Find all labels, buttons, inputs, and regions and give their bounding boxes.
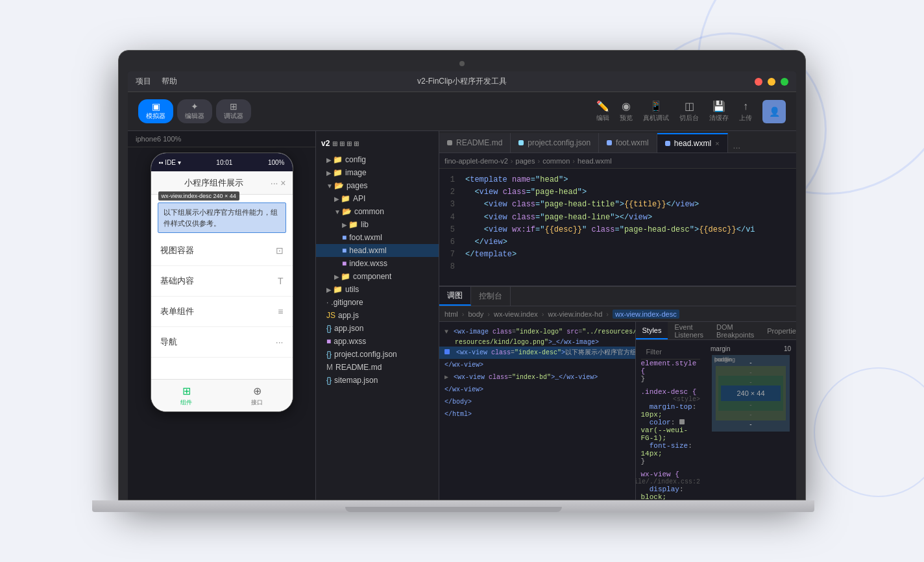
component-name: 导航 xyxy=(160,336,177,348)
tree-api[interactable]: ▶ 📁 API xyxy=(316,192,439,205)
tab-label-foot-wxml: foot.wxml xyxy=(616,138,649,147)
tree-pages[interactable]: ▼ 📂 pages xyxy=(316,179,439,192)
breadcrumb-pages[interactable]: pages xyxy=(516,157,535,165)
tree-config[interactable]: ▶ 📁 config xyxy=(316,153,439,166)
html-line-2[interactable]: <wx-view class="index-desc">以下将展示小程序官方组件… xyxy=(439,347,635,359)
expand-icon-4[interactable]: ▶ xyxy=(444,374,448,381)
action-preview[interactable]: ◉ 预览 xyxy=(620,100,633,123)
elem-sep-2: › xyxy=(487,310,490,318)
tree-project-config[interactable]: {} project.config.json xyxy=(316,348,439,361)
styles-tab-dom-breakpoints[interactable]: DOM Breakpoints xyxy=(710,322,760,339)
styles-tab-event-listeners[interactable]: Event Listeners xyxy=(668,322,710,339)
tab-foot-wxml[interactable]: foot.wxml xyxy=(599,133,657,153)
styles-tab-properties[interactable]: Properties xyxy=(760,322,796,339)
html-line-1[interactable]: ▼ <wx-image class="index-logo" src="../r… xyxy=(439,326,635,338)
action-edit[interactable]: ✏️ 编辑 xyxy=(596,100,609,123)
tab-close-icon[interactable]: × xyxy=(715,140,719,147)
debugger-icon: ⊞ xyxy=(230,102,237,111)
rule-prop-font-size: font-size: 14px; xyxy=(641,442,701,458)
component-item-view[interactable]: 视图容器 ⊡ xyxy=(151,236,293,266)
action-clear-cache[interactable]: 💾 清缓存 xyxy=(709,100,729,123)
tab-readme[interactable]: README.md xyxy=(439,133,511,153)
devtools-tab-console[interactable]: 控制台 xyxy=(471,287,511,306)
debugger-button[interactable]: ⊞ 调试器 xyxy=(216,99,251,123)
action-background[interactable]: ◫ 切后台 xyxy=(679,100,699,123)
breadcrumb-file[interactable]: head.wxml xyxy=(578,157,612,165)
tree-utils[interactable]: ▶ 📁 utils xyxy=(316,283,439,296)
minimize-button[interactable] xyxy=(768,78,775,86)
tree-app-js[interactable]: JS app.js xyxy=(316,309,439,322)
close-button[interactable] xyxy=(755,78,762,86)
clear-cache-label: 清缓存 xyxy=(709,114,729,123)
tab-project-config[interactable]: project.config.json xyxy=(511,133,599,153)
expand-icon-1[interactable]: ▼ xyxy=(444,328,448,336)
tab-head-wxml[interactable]: head.wxml × xyxy=(657,133,728,153)
tree-readme[interactable]: M README.md xyxy=(316,361,439,374)
interface-nav-label: 接口 xyxy=(251,398,263,407)
real-device-icon: 📱 xyxy=(650,100,663,112)
html-line-4[interactable]: ▶ <wx-view class="index-bd">_</wx-view> xyxy=(439,371,635,384)
elem-crumb-body[interactable]: body xyxy=(468,310,483,318)
nav-item-interface[interactable]: ⊕ 接口 xyxy=(251,385,263,407)
component-item-nav[interactable]: 导航 ··· xyxy=(151,327,293,358)
highlight-element: wx-view.index-desc 240 × 44 以下组展示小程序官方组件… xyxy=(158,202,286,233)
html-line-3[interactable]: </wx-view> xyxy=(439,359,635,371)
html-line-5[interactable]: </wx-view> xyxy=(439,384,635,396)
folder-label-lib: lib xyxy=(361,220,369,229)
maximize-button[interactable] xyxy=(781,78,788,86)
styles-tab-styles[interactable]: Styles xyxy=(636,322,668,339)
border-bottom: - xyxy=(749,411,751,418)
tab-label-project-config: project.config.json xyxy=(528,138,590,147)
tree-lib[interactable]: ▶ 📁 lib xyxy=(316,218,439,231)
tabs-more-icon[interactable]: ··· xyxy=(728,142,746,153)
file-icon-readme: M xyxy=(326,363,333,372)
breadcrumb-root[interactable]: fino-applet-demo-v2 xyxy=(444,157,508,165)
devtools-tab-elements[interactable]: 调图 xyxy=(439,287,471,306)
more-icon[interactable]: ··· × xyxy=(271,178,286,188)
simulator-button[interactable]: ▣ 模拟器 xyxy=(138,99,173,123)
nav-item-components[interactable]: ⊞ 组件 xyxy=(180,385,192,407)
padding-bottom: - xyxy=(749,401,751,408)
tree-app-wxss[interactable]: ■ app.wxss xyxy=(316,335,439,348)
app-title: 小程序组件展示 xyxy=(184,177,243,189)
menu-help[interactable]: 帮助 xyxy=(162,76,177,87)
tree-common[interactable]: ▼ 📂 common xyxy=(316,205,439,218)
tree-foot-wxml[interactable]: ■ foot.wxml xyxy=(316,231,439,244)
action-real-device[interactable]: 📱 真机调试 xyxy=(643,100,669,123)
signal-icon: ▪▪ IDE ▾ xyxy=(159,159,181,166)
breadcrumb-common[interactable]: common xyxy=(542,157,570,165)
border-top: - xyxy=(749,369,751,376)
html-line-7[interactable]: </html> xyxy=(439,408,635,421)
elem-crumb-index[interactable]: wx-view.index xyxy=(494,310,538,318)
box-model-header: margin 10 xyxy=(711,345,791,352)
file-label-sitemap: sitemap.json xyxy=(334,376,378,385)
tree-arrow-image: ▶ xyxy=(326,169,332,177)
user-avatar[interactable]: 👤 xyxy=(762,100,786,123)
laptop-container: 项目 帮助 v2-FinClip小程序开发工具 ▣ xyxy=(118,50,806,512)
tree-sitemap[interactable]: {} sitemap.json xyxy=(316,374,439,387)
tree-app-json[interactable]: {} app.json xyxy=(316,322,439,335)
elem-crumb-desc[interactable]: wx-view.index-desc xyxy=(613,310,679,319)
menu-project[interactable]: 项目 xyxy=(136,76,151,87)
editor-button[interactable]: ✦ 编辑器 xyxy=(177,99,212,123)
box-content: 240 × 44 xyxy=(721,385,781,401)
component-item-form[interactable]: 表单组件 ≡ xyxy=(151,297,293,327)
tree-gitignore[interactable]: · .gitignore xyxy=(316,296,439,309)
elem-crumb-hd[interactable]: wx-view.index-hd xyxy=(548,310,603,318)
code-lines[interactable]: <template name="head"> <view class="page… xyxy=(460,174,796,267)
html-line-6[interactable]: </body> xyxy=(439,396,635,408)
components-nav-label: 组件 xyxy=(180,398,192,407)
tree-head-wxml[interactable]: ■ head.wxml xyxy=(316,244,439,257)
toolbar: ▣ 模拟器 ✦ 编辑器 ⊞ 调试器 xyxy=(128,92,796,131)
filter-input[interactable] xyxy=(646,348,706,356)
components-nav-icon: ⊞ xyxy=(182,385,191,397)
tree-index-wxss[interactable]: ■ index.wxss xyxy=(316,257,439,270)
clear-cache-icon: 💾 xyxy=(712,100,725,112)
tree-component[interactable]: ▶ 📁 component xyxy=(316,270,439,283)
tab-label-readme: README.md xyxy=(456,138,502,147)
elem-crumb-html[interactable]: html xyxy=(444,310,458,318)
action-upload[interactable]: ↑ 上传 xyxy=(739,101,752,123)
component-item-basic[interactable]: 基础内容 T xyxy=(151,266,293,297)
devtools-body: ▼ <wx-image class="index-logo" src="../r… xyxy=(439,322,796,500)
tree-image[interactable]: ▶ 📁 image xyxy=(316,166,439,179)
